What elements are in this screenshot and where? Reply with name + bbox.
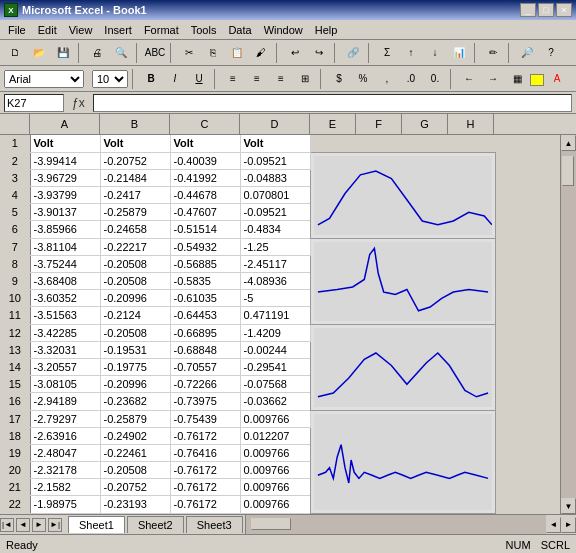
- merge-center-button[interactable]: ⊞: [294, 68, 316, 90]
- cell-d8[interactable]: -2.45117: [240, 255, 310, 272]
- cell-b10[interactable]: -0.20996: [100, 290, 170, 307]
- sort-desc-button[interactable]: ↓: [424, 42, 446, 64]
- format-painter[interactable]: 🖌: [250, 42, 272, 64]
- cell-c8[interactable]: -0.56885: [170, 255, 240, 272]
- cell-a3[interactable]: -3.96729: [30, 169, 100, 186]
- cell-d12[interactable]: -1.4209: [240, 324, 310, 341]
- name-box[interactable]: K27: [4, 94, 64, 112]
- chart-button[interactable]: 📊: [448, 42, 470, 64]
- row-header[interactable]: 2: [0, 152, 30, 169]
- menu-edit[interactable]: Edit: [32, 22, 63, 38]
- cell-b21[interactable]: -0.20752: [100, 479, 170, 496]
- cell-a14[interactable]: -3.20557: [30, 358, 100, 375]
- cell-d20[interactable]: 0.009766: [240, 461, 310, 478]
- tab-next-button[interactable]: ►: [32, 518, 46, 532]
- cell-a17[interactable]: -2.79297: [30, 410, 100, 427]
- cell-b22[interactable]: -0.23193: [100, 496, 170, 513]
- row-header[interactable]: 7: [0, 238, 30, 255]
- redo-button[interactable]: ↪: [308, 42, 330, 64]
- row-header[interactable]: 11: [0, 307, 30, 324]
- cell-c10[interactable]: -0.61035: [170, 290, 240, 307]
- help-btn[interactable]: ?: [540, 42, 562, 64]
- row-header[interactable]: 16: [0, 393, 30, 410]
- paste-button[interactable]: 📋: [226, 42, 248, 64]
- cell-d11[interactable]: 0.471191: [240, 307, 310, 324]
- row-header[interactable]: 14: [0, 358, 30, 375]
- comma-button[interactable]: ,: [376, 68, 398, 90]
- cell-c3[interactable]: -0.41992: [170, 169, 240, 186]
- cell-d9[interactable]: -4.08936: [240, 272, 310, 289]
- menu-file[interactable]: File: [2, 22, 32, 38]
- row-header[interactable]: 10: [0, 290, 30, 307]
- tab-prev-button[interactable]: ◄: [16, 518, 30, 532]
- decrease-decimal[interactable]: 0.: [424, 68, 446, 90]
- spell-button[interactable]: ABC: [144, 42, 166, 64]
- row-header[interactable]: 21: [0, 479, 30, 496]
- row-header[interactable]: 13: [0, 341, 30, 358]
- tab-last-button[interactable]: ►|: [48, 518, 62, 532]
- align-center-button[interactable]: ≡: [246, 68, 268, 90]
- hscroll-left-button[interactable]: ◄: [546, 517, 561, 533]
- underline-button[interactable]: U: [188, 68, 210, 90]
- cell-a5[interactable]: -3.90137: [30, 204, 100, 221]
- bold-button[interactable]: B: [140, 68, 162, 90]
- cell-c12[interactable]: -0.66895: [170, 324, 240, 341]
- cell-b17[interactable]: -0.25879: [100, 410, 170, 427]
- cell-d1[interactable]: Volt: [240, 135, 310, 152]
- menu-insert[interactable]: Insert: [98, 22, 138, 38]
- cell-c1[interactable]: Volt: [170, 135, 240, 152]
- vertical-scrollbar[interactable]: ▲ ▼: [560, 135, 576, 514]
- save-button[interactable]: 💾: [52, 42, 74, 64]
- cell-a20[interactable]: -2.32178: [30, 461, 100, 478]
- cell-a15[interactable]: -3.08105: [30, 376, 100, 393]
- cell-b8[interactable]: -0.20508: [100, 255, 170, 272]
- cell-c5[interactable]: -0.47607: [170, 204, 240, 221]
- row-header[interactable]: 22: [0, 496, 30, 513]
- tab-sheet2[interactable]: Sheet2: [127, 516, 184, 533]
- zoom-out-button[interactable]: 🔎: [516, 42, 538, 64]
- preview-button[interactable]: 🔍: [110, 42, 132, 64]
- cell-d6[interactable]: -0.4834: [240, 221, 310, 238]
- cell-c14[interactable]: -0.70557: [170, 358, 240, 375]
- cell-c21[interactable]: -0.76172: [170, 479, 240, 496]
- menu-data[interactable]: Data: [222, 22, 257, 38]
- col-header-d[interactable]: D: [240, 114, 310, 134]
- cell-a16[interactable]: -2.94189: [30, 393, 100, 410]
- sort-asc-button[interactable]: ↑: [400, 42, 422, 64]
- cell-b2[interactable]: -0.20752: [100, 152, 170, 169]
- font-size-select[interactable]: 10: [92, 70, 128, 88]
- row-header[interactable]: 8: [0, 255, 30, 272]
- cell-a7[interactable]: -3.81104: [30, 238, 100, 255]
- copy-button[interactable]: ⎘: [202, 42, 224, 64]
- tab-first-button[interactable]: |◄: [0, 518, 14, 532]
- menu-window[interactable]: Window: [258, 22, 309, 38]
- cell-b15[interactable]: -0.20996: [100, 376, 170, 393]
- row-header[interactable]: 17: [0, 410, 30, 427]
- cell-a18[interactable]: -2.63916: [30, 427, 100, 444]
- currency-button[interactable]: $: [328, 68, 350, 90]
- percent-button[interactable]: %: [352, 68, 374, 90]
- row-header[interactable]: 15: [0, 376, 30, 393]
- cell-a10[interactable]: -3.60352: [30, 290, 100, 307]
- cell-d3[interactable]: -0.04883: [240, 169, 310, 186]
- formula-input[interactable]: [93, 94, 572, 112]
- cell-a8[interactable]: -3.75244: [30, 255, 100, 272]
- hscroll-right-button[interactable]: ►: [561, 517, 576, 533]
- italic-button[interactable]: I: [164, 68, 186, 90]
- cell-d2[interactable]: -0.09521: [240, 152, 310, 169]
- cell-a12[interactable]: -3.42285: [30, 324, 100, 341]
- font-color-button[interactable]: A: [546, 68, 568, 90]
- cell-c11[interactable]: -0.64453: [170, 307, 240, 324]
- cell-c7[interactable]: -0.54932: [170, 238, 240, 255]
- cell-d4[interactable]: 0.070801: [240, 186, 310, 203]
- minimize-button[interactable]: _: [520, 3, 536, 17]
- cell-c15[interactable]: -0.72266: [170, 376, 240, 393]
- row-header[interactable]: 9: [0, 272, 30, 289]
- cell-b3[interactable]: -0.21484: [100, 169, 170, 186]
- row-header[interactable]: 5: [0, 204, 30, 221]
- menu-tools[interactable]: Tools: [185, 22, 223, 38]
- increase-decimal[interactable]: .0: [400, 68, 422, 90]
- cell-a1[interactable]: Volt: [30, 135, 100, 152]
- scroll-track[interactable]: [561, 151, 576, 498]
- menu-view[interactable]: View: [63, 22, 99, 38]
